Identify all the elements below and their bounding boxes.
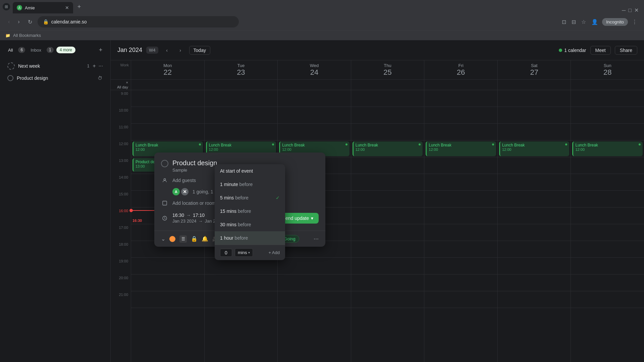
sidebar-tab-inbox[interactable]: Inbox [28, 46, 44, 54]
tab-favicon: A [17, 5, 22, 10]
toolbar-actions: ⊡ ⊟ ☆ 👤 Incognito ⋮ [560, 17, 639, 26]
date-arrow: → [199, 219, 203, 224]
bookmarks-label[interactable]: All Bookmarks [13, 33, 41, 38]
meet-button[interactable]: Meet [590, 46, 611, 55]
footer-arrow-icon[interactable]: ⌄ [161, 236, 165, 242]
prev-week-button[interactable]: ‹ [162, 46, 172, 55]
notif-item-30min[interactable]: 30 mins before [215, 218, 285, 231]
svg-rect-1 [163, 201, 167, 205]
location-label[interactable]: Add location or room [172, 200, 216, 206]
day-num-sun: 28 [571, 68, 644, 77]
notif-unit-dropdown[interactable]: mins ▾ [235, 248, 253, 257]
reload-button[interactable]: ↻ [25, 17, 35, 26]
hour-thu-9 [351, 90, 424, 107]
next-week-add-icon[interactable]: + [93, 63, 96, 69]
footer-more-icon[interactable]: ··· [314, 235, 319, 242]
footer-list-icon[interactable]: ☰ [179, 235, 187, 243]
time-label-12: 12:00 [111, 140, 131, 157]
inbox-count-badge: 1 [47, 47, 54, 53]
event-lunch-thu[interactable]: Lunch Break 12:00 [353, 141, 423, 156]
time-label-16: 16:00 [111, 207, 131, 224]
hour-mon-21 [131, 291, 204, 308]
hour-thu-21 [351, 291, 424, 308]
color-picker-dot[interactable] [169, 236, 175, 242]
notif-item-15min[interactable]: 15 mins before [215, 204, 285, 218]
guest-avatar-x: ✕ [181, 188, 189, 195]
all-count-badge: 6 [18, 47, 25, 53]
hour-tue-20 [205, 275, 278, 291]
time-label-20: 20:00 [111, 275, 131, 291]
close-window-button[interactable]: ✕ [634, 7, 639, 13]
minimize-button[interactable]: ─ [622, 7, 626, 13]
hour-sat-9 [498, 90, 571, 107]
time-label-19: 19:00 [111, 258, 131, 275]
hour-tue-10 [205, 107, 278, 124]
allday-cell-sat [497, 80, 571, 90]
lunch-title-thu: Lunch Break [356, 143, 421, 147]
active-tab[interactable]: A Amie ✕ [13, 2, 73, 13]
new-tab-button[interactable]: + [74, 2, 84, 11]
notif-number-input[interactable] [220, 249, 232, 257]
lunch-title-sat: Lunch Break [502, 143, 568, 147]
next-week-button[interactable]: › [176, 46, 185, 55]
lunch-time-mon: 12:00 [136, 147, 201, 152]
star-icon[interactable]: ☆ [580, 17, 587, 26]
time-label-15: 15:00 [111, 191, 131, 207]
task-circle-icon [7, 75, 13, 81]
address-bar[interactable]: 🔒 calendar.amie.so [38, 16, 239, 27]
notif-item-1hour[interactable]: 1 hour before [215, 231, 285, 245]
forward-button[interactable]: › [15, 17, 22, 26]
tab-group-button[interactable]: ⊞ [3, 3, 10, 10]
event-lunch-sun[interactable]: Lunch Break 12:00 [572, 141, 643, 156]
hour-wed-11 [278, 124, 351, 140]
next-week-dots-icon[interactable]: ··· [99, 63, 103, 69]
lunch-dot-fri [492, 143, 494, 145]
sidebar-item-product-design[interactable]: Product design ⏱ [5, 72, 105, 84]
bookmarks-bar: 📁 All Bookmarks [0, 30, 644, 40]
screen-icon[interactable]: ⊟ [570, 17, 577, 26]
share-button[interactable]: Share [615, 46, 637, 55]
menu-icon[interactable]: ⋮ [631, 17, 639, 26]
event-lunch-fri[interactable]: Lunch Break 12:00 [426, 141, 496, 156]
lunch-time-sun: 12:00 [575, 147, 641, 152]
day-num-sat: 27 [498, 68, 571, 77]
hour-thu-14 [351, 174, 424, 191]
lunch-time-sat: 12:00 [502, 147, 568, 152]
hour-sun-17 [571, 224, 644, 241]
day-name-thu: Thu [351, 63, 424, 68]
maximize-button[interactable]: □ [628, 7, 632, 13]
notif-item-1min[interactable]: 1 minute before [215, 178, 285, 191]
next-week-icon [7, 62, 15, 70]
notif-add-button[interactable]: + Add [268, 250, 280, 255]
notif-item-start[interactable]: At start of event [215, 164, 285, 178]
collapse-allday-icon[interactable]: × [126, 80, 128, 84]
hour-sun-10 [571, 107, 644, 124]
notif-item-5min[interactable]: 5 mins before ✓ [215, 191, 285, 204]
sidebar-add-button[interactable]: + [96, 46, 105, 54]
event-lunch-sat[interactable]: Lunch Break 12:00 [499, 141, 570, 156]
hour-thu-15 [351, 191, 424, 207]
hour-mon-19 [131, 258, 204, 275]
time-label-21: 21:00 [111, 291, 131, 308]
cast-icon[interactable]: ⊡ [560, 17, 568, 26]
incognito-button[interactable]: Incognito [602, 18, 628, 26]
lock-icon: 🔒 [43, 19, 49, 24]
footer-bell-icon[interactable]: 🔔 [202, 236, 208, 242]
allday-cell-tue [204, 80, 278, 90]
footer-lock-icon[interactable]: 🔒 [191, 236, 198, 242]
hour-fri-17 [424, 224, 497, 241]
add-guests-label[interactable]: Add guests [172, 178, 196, 183]
today-button[interactable]: Today [189, 46, 210, 55]
profile-icon[interactable]: 👤 [590, 17, 599, 26]
sidebar-tab-all[interactable]: All [5, 46, 15, 54]
more-button[interactable]: 4 more [56, 47, 75, 53]
going-label: Going [284, 236, 296, 241]
hour-wed-21 [278, 291, 351, 308]
sidebar-item-next-week[interactable]: Next week 1 + ··· [5, 60, 105, 72]
hour-fri-9 [424, 90, 497, 107]
tab-close-button[interactable]: ✕ [65, 5, 69, 10]
next-week-count: 1 [87, 64, 90, 68]
popup-check-circle[interactable] [161, 160, 168, 167]
lunch-title-mon: Lunch Break [136, 143, 201, 147]
back-button[interactable]: ‹ [5, 17, 12, 26]
